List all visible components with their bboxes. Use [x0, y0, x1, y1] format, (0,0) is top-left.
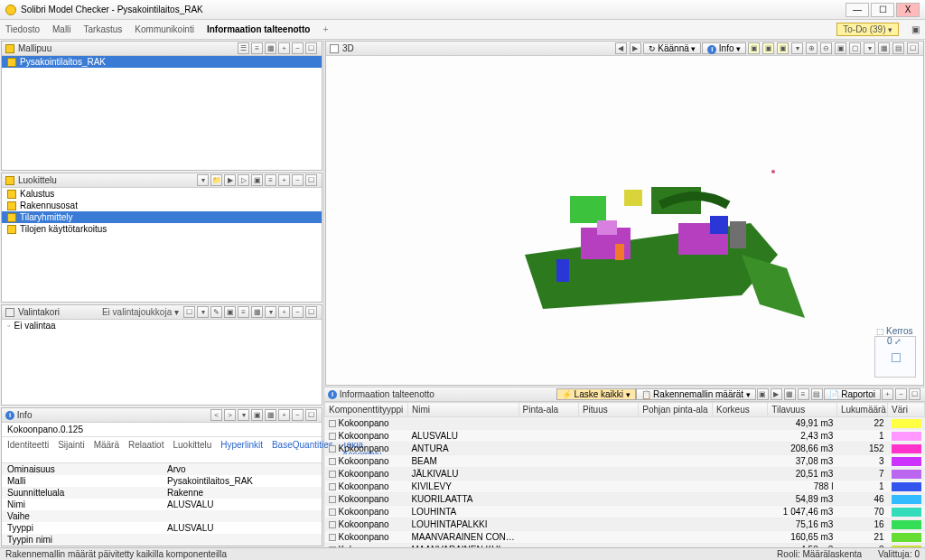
- info-nav-back[interactable]: <: [210, 409, 222, 421]
- table-row[interactable]: KokoonpanoLOUHINTA1 047,46 m370: [325, 506, 925, 518]
- panel-expand-button[interactable]: +: [278, 306, 290, 318]
- zoom-selection-icon[interactable]: ▢: [849, 42, 861, 54]
- property-row[interactable]: Vaihe: [2, 510, 322, 522]
- valinta-tool-2[interactable]: ▾: [197, 306, 209, 318]
- valinta-tool-3[interactable]: ✎: [210, 306, 222, 318]
- tab-maara[interactable]: Määrä: [94, 440, 119, 460]
- panel-collapse-button[interactable]: −: [292, 174, 304, 186]
- valinta-tool-1[interactable]: ☐: [183, 306, 195, 318]
- table-row[interactable]: KokoonpanoLOUHINTAPALKKI75,16 m316: [325, 518, 925, 531]
- menu-kommunikointi[interactable]: Kommunikointi: [135, 24, 194, 34]
- panel-max-button[interactable]: ☐: [305, 42, 317, 54]
- 3d-tool-drop[interactable]: ▾: [791, 42, 803, 54]
- column-header[interactable]: Korkeus: [713, 403, 768, 417]
- tree-item-classification[interactable]: Rakennusosat: [2, 200, 322, 211]
- tree-item-classification[interactable]: Kalustus: [2, 188, 322, 200]
- tab-sijainti[interactable]: Sijainti: [58, 440, 84, 460]
- todo-badge[interactable]: To-Do (39) ▾: [836, 23, 899, 36]
- mallipuu-tool-1[interactable]: ☰: [238, 42, 249, 54]
- column-header[interactable]: Väri: [888, 403, 925, 417]
- luok-tool-1[interactable]: ▾: [197, 174, 209, 186]
- zoom-drop[interactable]: ▾: [864, 42, 875, 54]
- panel-collapse-button[interactable]: −: [292, 42, 304, 54]
- column-header[interactable]: Pohjan pinta-ala: [639, 403, 713, 417]
- takeoff-tool-2[interactable]: ▶: [771, 388, 782, 400]
- column-header[interactable]: Tilavuus: [768, 403, 837, 417]
- definition-dropdown[interactable]: 📋 Rakennemallin määrät ▾: [636, 388, 756, 400]
- takeoff-tool-5[interactable]: ▤: [811, 388, 823, 400]
- takeoff-table[interactable]: KomponenttityyppiNimiPinta-alaPituusPohj…: [324, 402, 925, 547]
- panel-max-button[interactable]: ☐: [909, 388, 920, 400]
- panel-max-button[interactable]: ☐: [305, 174, 317, 186]
- info-tool-2[interactable]: ▦: [265, 409, 276, 421]
- table-row[interactable]: KokoonpanoJÄLKIVALU20,51 m37: [325, 468, 925, 481]
- maximize-button[interactable]: ☐: [871, 3, 894, 17]
- info-nav-drop[interactable]: ▾: [238, 409, 249, 421]
- property-row[interactable]: Tyypin nimi: [2, 534, 322, 546]
- menu-tiedosto[interactable]: Tiedosto: [5, 24, 40, 34]
- panel-expand-button[interactable]: +: [882, 388, 893, 400]
- luok-tool-6[interactable]: ≡: [265, 174, 276, 186]
- panel-collapse-button[interactable]: −: [292, 409, 304, 421]
- 3d-tool-4[interactable]: ▦: [878, 42, 890, 54]
- calculate-all-button[interactable]: ⚡ Laske kaikki ▾: [556, 388, 636, 400]
- property-row[interactable]: SuunnittelualaRakenne: [2, 487, 322, 499]
- property-row[interactable]: TyyppiALUSVALU: [2, 522, 322, 534]
- luokittelu-body[interactable]: KalustusRakennusosatTilaryhmittelyTiloje…: [2, 188, 322, 302]
- tab-luokittelu[interactable]: Luokittelu: [173, 440, 211, 460]
- 3d-tool-3[interactable]: ▣: [777, 42, 789, 54]
- nav-left-icon[interactable]: ◀: [615, 42, 627, 54]
- property-row[interactable]: MalliPysakointilaitos_RAK: [2, 475, 322, 487]
- add-view-button[interactable]: +: [322, 24, 328, 34]
- table-row[interactable]: KokoonpanoMAANVARAINEN CONF...160,65 m32…: [325, 531, 925, 544]
- menu-malli[interactable]: Malli: [52, 24, 71, 34]
- 3d-tool-5[interactable]: ▤: [892, 42, 904, 54]
- info-nav-fwd[interactable]: >: [224, 409, 236, 421]
- menu-informaation-talteenotto[interactable]: Informaation talteenotto: [207, 24, 310, 34]
- mallipuu-body[interactable]: Pysakointilaitos_RAK: [2, 56, 322, 170]
- tree-item-model[interactable]: Pysakointilaitos_RAK: [2, 56, 322, 68]
- property-row[interactable]: OminaisuusArvo: [2, 463, 322, 475]
- panel-collapse-button[interactable]: −: [895, 388, 907, 400]
- minimize-button[interactable]: —: [846, 3, 869, 17]
- table-row[interactable]: KokoonpanoBEAM37,08 m33: [325, 455, 925, 468]
- tab-identiteetti[interactable]: Identiteetti: [7, 440, 49, 460]
- menu-tarkastus[interactable]: Tarkastus: [84, 24, 123, 34]
- panel-expand-button[interactable]: +: [278, 174, 290, 186]
- column-header[interactable]: Pituus: [578, 403, 638, 417]
- zoom-out-icon[interactable]: ⊖: [820, 42, 832, 54]
- zoom-in-icon[interactable]: ⊕: [806, 42, 818, 54]
- menubar-icon-1[interactable]: ▣: [911, 24, 920, 34]
- 3d-tool-2[interactable]: ▣: [762, 42, 774, 54]
- close-button[interactable]: X: [896, 3, 920, 17]
- takeoff-tool-1[interactable]: ▣: [757, 388, 769, 400]
- column-header[interactable]: Pinta-ala: [519, 403, 578, 417]
- table-row[interactable]: KokoonpanoANTURA208,66 m3152: [325, 443, 925, 455]
- table-row[interactable]: KokoonpanoKIVILEVY788 l1: [325, 481, 925, 493]
- rotate-dropdown[interactable]: ↻ Käännä ▾: [643, 42, 702, 54]
- report-button[interactable]: 📄 Raportoi: [824, 388, 881, 400]
- panel-expand-button[interactable]: +: [278, 409, 290, 421]
- selection-set-dropdown[interactable]: Ei valintajoukkoja ▾: [102, 307, 179, 317]
- info-tool-1[interactable]: ▣: [251, 409, 263, 421]
- table-row[interactable]: KokoonpanoKUORILAATTA54,89 m346: [325, 493, 925, 506]
- info-dropdown[interactable]: i Info ▾: [702, 42, 746, 54]
- 3d-viewport[interactable]: ⬚ Kerros 0 ⤢: [326, 56, 923, 385]
- info-props[interactable]: OminaisuusArvoMalliPysakointilaitos_RAKS…: [2, 463, 322, 546]
- panel-max-button[interactable]: ☐: [907, 42, 919, 54]
- tree-item-classification[interactable]: Tilaryhmittely: [2, 211, 322, 223]
- table-row[interactable]: KokoonpanoALUSVALU2,43 m31: [325, 430, 925, 443]
- panel-collapse-button[interactable]: −: [292, 306, 304, 318]
- valinta-tool-5[interactable]: ≡: [238, 306, 249, 318]
- panel-max-button[interactable]: ☐: [305, 409, 317, 421]
- valinta-tool-7[interactable]: ▾: [265, 306, 276, 318]
- mallipuu-tool-2[interactable]: ≡: [251, 42, 263, 54]
- tab-hyperlinkit[interactable]: Hyperlinkit: [220, 440, 263, 460]
- panel-expand-button[interactable]: +: [278, 42, 290, 54]
- tree-item-classification[interactable]: Tilojen käyttötarkoitus: [2, 223, 322, 235]
- luok-tool-5[interactable]: ▣: [251, 174, 263, 186]
- 3d-nav-cube[interactable]: ⬚ Kerros 0 ⤢: [874, 336, 916, 378]
- column-header[interactable]: Nimi: [407, 403, 519, 417]
- valinta-tool-6[interactable]: ▦: [251, 306, 263, 318]
- valinta-tool-4[interactable]: ▣: [224, 306, 236, 318]
